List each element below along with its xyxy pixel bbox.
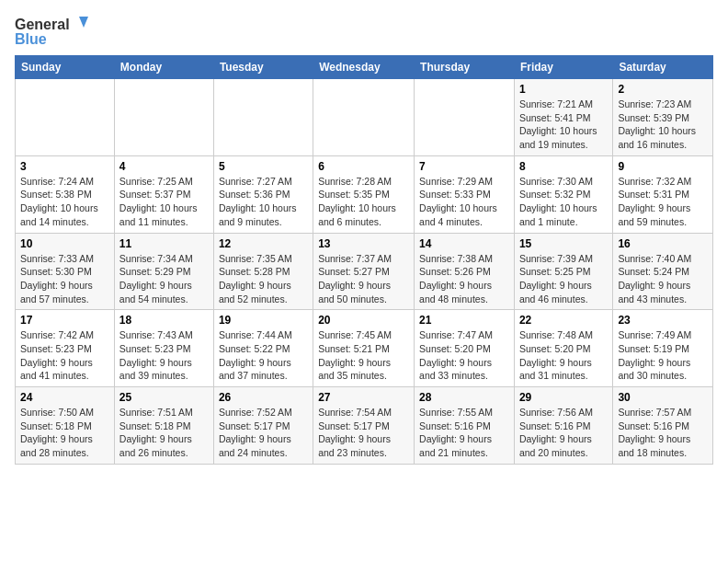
calendar-day-cell: 11Sunrise: 7:34 AM Sunset: 5:29 PM Dayli… [114,233,213,310]
day-number: 24 [20,391,109,404]
svg-text:Blue: Blue [15,31,47,47]
day-number: 12 [219,237,308,250]
day-info: Sunrise: 7:29 AM Sunset: 5:33 PM Dayligh… [419,175,509,229]
day-number: 11 [119,237,209,250]
calendar-day-cell: 10Sunrise: 7:33 AM Sunset: 5:30 PM Dayli… [16,233,115,310]
day-info: Sunrise: 7:33 AM Sunset: 5:30 PM Dayligh… [20,252,109,306]
day-number: 6 [318,160,409,173]
day-info: Sunrise: 7:54 AM Sunset: 5:17 PM Dayligh… [318,406,409,460]
weekday-header: Saturday [613,56,713,79]
calendar-day-cell [16,79,115,156]
calendar-body: 1Sunrise: 7:21 AM Sunset: 5:41 PM Daylig… [16,79,713,465]
calendar-day-cell: 17Sunrise: 7:42 AM Sunset: 5:23 PM Dayli… [16,310,115,387]
logo: GeneralBlue [15,15,88,48]
day-number: 26 [219,391,308,404]
calendar-day-cell: 12Sunrise: 7:35 AM Sunset: 5:28 PM Dayli… [213,233,313,310]
day-number: 10 [20,237,109,250]
calendar-day-cell: 1Sunrise: 7:21 AM Sunset: 5:41 PM Daylig… [514,79,612,156]
calendar-header-row: SundayMondayTuesdayWednesdayThursdayFrid… [16,56,713,79]
day-info: Sunrise: 7:39 AM Sunset: 5:25 PM Dayligh… [519,252,608,306]
day-info: Sunrise: 7:55 AM Sunset: 5:16 PM Dayligh… [419,406,509,460]
calendar-day-cell [114,79,213,156]
day-number: 25 [119,391,209,404]
day-info: Sunrise: 7:27 AM Sunset: 5:36 PM Dayligh… [219,175,308,229]
svg-text:General: General [15,17,70,32]
day-info: Sunrise: 7:48 AM Sunset: 5:20 PM Dayligh… [519,328,608,383]
day-number: 15 [519,237,608,250]
day-number: 17 [20,314,109,327]
calendar-day-cell: 2Sunrise: 7:23 AM Sunset: 5:39 PM Daylig… [613,79,713,156]
calendar-day-cell: 4Sunrise: 7:25 AM Sunset: 5:37 PM Daylig… [114,155,213,233]
day-info: Sunrise: 7:32 AM Sunset: 5:31 PM Dayligh… [618,175,708,229]
day-number: 22 [519,314,608,327]
calendar-day-cell: 13Sunrise: 7:37 AM Sunset: 5:27 PM Dayli… [313,233,415,310]
page-header: GeneralBlue [15,15,713,48]
day-info: Sunrise: 7:35 AM Sunset: 5:28 PM Dayligh… [219,252,308,306]
weekday-header: Friday [514,56,612,79]
calendar-day-cell [415,79,515,156]
calendar-day-cell: 23Sunrise: 7:49 AM Sunset: 5:19 PM Dayli… [613,310,713,387]
calendar-day-cell: 28Sunrise: 7:55 AM Sunset: 5:16 PM Dayli… [415,387,515,465]
day-info: Sunrise: 7:23 AM Sunset: 5:39 PM Dayligh… [618,98,708,152]
day-info: Sunrise: 7:56 AM Sunset: 5:16 PM Dayligh… [519,406,608,460]
day-number: 7 [419,160,509,173]
day-number: 13 [318,237,409,250]
calendar-day-cell: 30Sunrise: 7:57 AM Sunset: 5:16 PM Dayli… [613,387,713,465]
calendar-week-row: 17Sunrise: 7:42 AM Sunset: 5:23 PM Dayli… [16,310,713,387]
calendar-day-cell: 20Sunrise: 7:45 AM Sunset: 5:21 PM Dayli… [313,310,415,387]
day-info: Sunrise: 7:21 AM Sunset: 5:41 PM Dayligh… [519,98,608,152]
calendar-day-cell: 14Sunrise: 7:38 AM Sunset: 5:26 PM Dayli… [415,233,515,310]
day-info: Sunrise: 7:45 AM Sunset: 5:21 PM Dayligh… [318,328,409,383]
weekday-header: Thursday [415,56,515,79]
day-number: 30 [618,391,708,404]
calendar-table: SundayMondayTuesdayWednesdayThursdayFrid… [15,55,713,465]
calendar-day-cell: 3Sunrise: 7:24 AM Sunset: 5:38 PM Daylig… [16,155,115,233]
day-info: Sunrise: 7:47 AM Sunset: 5:20 PM Dayligh… [419,328,509,383]
day-info: Sunrise: 7:52 AM Sunset: 5:17 PM Dayligh… [219,406,308,460]
day-number: 23 [618,314,708,327]
day-info: Sunrise: 7:28 AM Sunset: 5:35 PM Dayligh… [318,175,409,229]
day-number: 21 [419,314,509,327]
calendar-day-cell: 15Sunrise: 7:39 AM Sunset: 5:25 PM Dayli… [514,233,612,310]
day-number: 3 [20,160,109,173]
day-number: 28 [419,391,509,404]
day-number: 9 [618,160,708,173]
day-info: Sunrise: 7:30 AM Sunset: 5:32 PM Dayligh… [519,175,608,229]
calendar-day-cell: 29Sunrise: 7:56 AM Sunset: 5:16 PM Dayli… [514,387,612,465]
day-info: Sunrise: 7:25 AM Sunset: 5:37 PM Dayligh… [119,175,209,229]
calendar-day-cell: 27Sunrise: 7:54 AM Sunset: 5:17 PM Dayli… [313,387,415,465]
day-number: 8 [519,160,608,173]
weekday-header: Monday [114,56,213,79]
day-info: Sunrise: 7:24 AM Sunset: 5:38 PM Dayligh… [20,175,109,229]
day-number: 1 [519,83,608,96]
calendar-day-cell: 22Sunrise: 7:48 AM Sunset: 5:20 PM Dayli… [514,310,612,387]
day-info: Sunrise: 7:57 AM Sunset: 5:16 PM Dayligh… [618,406,708,460]
calendar-day-cell: 6Sunrise: 7:28 AM Sunset: 5:35 PM Daylig… [313,155,415,233]
day-number: 14 [419,237,509,250]
day-info: Sunrise: 7:40 AM Sunset: 5:24 PM Dayligh… [618,252,708,306]
day-number: 18 [119,314,209,327]
weekday-header: Wednesday [313,56,415,79]
calendar-day-cell: 24Sunrise: 7:50 AM Sunset: 5:18 PM Dayli… [16,387,115,465]
calendar-day-cell: 9Sunrise: 7:32 AM Sunset: 5:31 PM Daylig… [613,155,713,233]
calendar-day-cell: 26Sunrise: 7:52 AM Sunset: 5:17 PM Dayli… [213,387,313,465]
calendar-day-cell: 5Sunrise: 7:27 AM Sunset: 5:36 PM Daylig… [213,155,313,233]
day-info: Sunrise: 7:50 AM Sunset: 5:18 PM Dayligh… [20,406,109,460]
calendar-day-cell: 16Sunrise: 7:40 AM Sunset: 5:24 PM Dayli… [613,233,713,310]
day-info: Sunrise: 7:51 AM Sunset: 5:18 PM Dayligh… [119,406,209,460]
svg-marker-2 [79,17,88,28]
day-info: Sunrise: 7:42 AM Sunset: 5:23 PM Dayligh… [20,328,109,383]
calendar-day-cell: 19Sunrise: 7:44 AM Sunset: 5:22 PM Dayli… [213,310,313,387]
day-number: 5 [219,160,308,173]
day-info: Sunrise: 7:49 AM Sunset: 5:19 PM Dayligh… [618,328,708,383]
day-info: Sunrise: 7:34 AM Sunset: 5:29 PM Dayligh… [119,252,209,306]
calendar-day-cell: 25Sunrise: 7:51 AM Sunset: 5:18 PM Dayli… [114,387,213,465]
calendar-day-cell: 18Sunrise: 7:43 AM Sunset: 5:23 PM Dayli… [114,310,213,387]
calendar-day-cell: 21Sunrise: 7:47 AM Sunset: 5:20 PM Dayli… [415,310,515,387]
calendar-week-row: 3Sunrise: 7:24 AM Sunset: 5:38 PM Daylig… [16,155,713,233]
calendar-day-cell [213,79,313,156]
calendar-day-cell: 8Sunrise: 7:30 AM Sunset: 5:32 PM Daylig… [514,155,612,233]
calendar-week-row: 10Sunrise: 7:33 AM Sunset: 5:30 PM Dayli… [16,233,713,310]
day-number: 29 [519,391,608,404]
day-info: Sunrise: 7:44 AM Sunset: 5:22 PM Dayligh… [219,328,308,383]
